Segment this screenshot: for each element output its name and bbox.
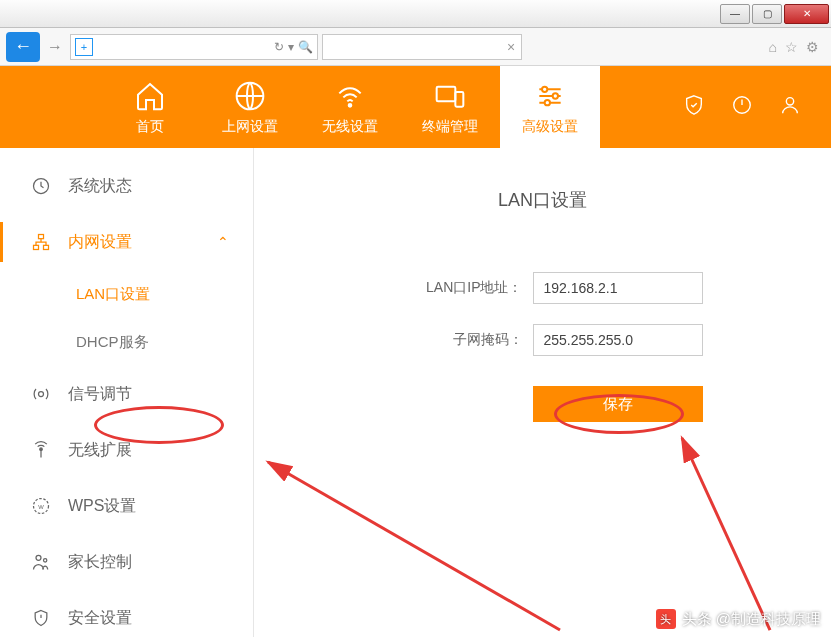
- sidebar-sub-dhcp[interactable]: DHCP服务: [0, 318, 253, 366]
- sidebar-label: 无线扩展: [68, 440, 132, 461]
- svg-point-8: [786, 98, 793, 105]
- watermark-text: 头条 @制造科技原理: [682, 610, 821, 629]
- sliders-icon: [534, 78, 566, 114]
- sidebar-label: 家长控制: [68, 552, 132, 573]
- svg-rect-11: [34, 245, 39, 249]
- sidebar-item-signal[interactable]: 信号调节: [0, 366, 253, 422]
- svg-point-6: [545, 100, 550, 105]
- svg-point-5: [553, 93, 558, 98]
- svg-rect-3: [455, 92, 463, 107]
- window-minimize-button[interactable]: —: [720, 4, 750, 24]
- sidebar: 系统状态 内网设置 ⌃ LAN口设置 DHCP服务 信号调节 无线扩展 W WP…: [0, 148, 254, 637]
- devices-icon: [434, 78, 466, 114]
- search-icon[interactable]: 🔍: [298, 40, 313, 54]
- network-icon: [30, 231, 52, 253]
- watermark-logo-icon: 头: [656, 609, 676, 629]
- window-close-button[interactable]: ✕: [784, 4, 829, 24]
- gear-icon[interactable]: ⚙: [806, 39, 819, 55]
- sidebar-item-parental[interactable]: 家长控制: [0, 534, 253, 590]
- svg-rect-2: [437, 87, 456, 102]
- watermark: 头 头条 @制造科技原理: [656, 609, 821, 629]
- antenna-icon: [30, 439, 52, 461]
- subnet-mask-input[interactable]: [533, 324, 703, 356]
- nav-internet[interactable]: 上网设置: [200, 66, 300, 148]
- sidebar-item-status[interactable]: 系统状态: [0, 158, 253, 214]
- power-icon[interactable]: [731, 94, 753, 120]
- browser-right-icons: ⌂ ☆ ⚙: [769, 39, 825, 55]
- parental-icon: [30, 551, 52, 573]
- top-right-icons: [683, 66, 831, 148]
- sidebar-label: 系统状态: [68, 176, 132, 197]
- ip-label: LAN口IP地址：: [383, 279, 523, 297]
- content-panel: LAN口设置 LAN口IP地址： 子网掩码： 保存: [254, 148, 831, 637]
- window-titlebar: — ▢ ✕: [0, 0, 831, 28]
- wps-icon: W: [30, 495, 52, 517]
- svg-rect-10: [39, 235, 44, 239]
- svg-rect-12: [44, 245, 49, 249]
- sidebar-sub-lan-port[interactable]: LAN口设置: [0, 270, 253, 318]
- top-navigation: 首页 上网设置 无线设置 终端管理 高级设置: [0, 66, 831, 148]
- address-bar[interactable]: + ↻ ▾ 🔍: [70, 34, 318, 60]
- sidebar-label: 信号调节: [68, 384, 132, 405]
- sidebar-item-wireless-ext[interactable]: 无线扩展: [0, 422, 253, 478]
- svg-point-4: [542, 87, 547, 92]
- nav-devices[interactable]: 终端管理: [400, 66, 500, 148]
- star-icon[interactable]: ☆: [785, 39, 798, 55]
- lan-ip-input[interactable]: [533, 272, 703, 304]
- svg-point-1: [349, 104, 352, 107]
- addr-plus-icon: +: [75, 38, 93, 56]
- home-icon: [134, 78, 166, 114]
- sidebar-item-security[interactable]: 安全设置: [0, 590, 253, 637]
- sidebar-label: 安全设置: [68, 608, 132, 629]
- tab-close-icon[interactable]: ×: [507, 39, 515, 55]
- nav-label: 上网设置: [222, 118, 278, 136]
- nav-home[interactable]: 首页: [100, 66, 200, 148]
- nav-label: 终端管理: [422, 118, 478, 136]
- svg-point-14: [40, 448, 43, 451]
- sidebar-label: WPS设置: [68, 496, 136, 517]
- user-icon[interactable]: [779, 94, 801, 120]
- page-title: LAN口设置: [314, 188, 771, 212]
- sidebar-item-lan[interactable]: 内网设置 ⌃: [0, 214, 253, 270]
- sidebar-label: 内网设置: [68, 232, 132, 253]
- globe-icon: [234, 78, 266, 114]
- refresh-icon[interactable]: ↻: [274, 40, 284, 54]
- svg-point-13: [39, 392, 44, 397]
- home-icon[interactable]: ⌂: [769, 39, 777, 55]
- browser-forward-button[interactable]: →: [44, 32, 66, 62]
- svg-text:W: W: [38, 504, 44, 510]
- sidebar-sub-label: DHCP服务: [76, 333, 149, 352]
- chevron-up-icon: ⌃: [217, 234, 229, 250]
- browser-back-button[interactable]: ←: [6, 32, 40, 62]
- browser-toolbar: ← → + ↻ ▾ 🔍 × ⌂ ☆ ⚙: [0, 28, 831, 66]
- shield-icon: [30, 607, 52, 629]
- save-button[interactable]: 保存: [533, 386, 703, 422]
- signal-icon: [30, 383, 52, 405]
- window-maximize-button[interactable]: ▢: [752, 4, 782, 24]
- nav-advanced[interactable]: 高级设置: [500, 66, 600, 148]
- nav-label: 无线设置: [322, 118, 378, 136]
- svg-point-17: [36, 555, 41, 560]
- nav-label: 高级设置: [522, 118, 578, 136]
- sidebar-sub-label: LAN口设置: [76, 285, 150, 304]
- svg-point-18: [44, 559, 47, 562]
- nav-label: 首页: [136, 118, 164, 136]
- browser-tab[interactable]: ×: [322, 34, 522, 60]
- nav-wireless[interactable]: 无线设置: [300, 66, 400, 148]
- clock-icon: [30, 175, 52, 197]
- wifi-icon: [334, 78, 366, 114]
- shield-icon[interactable]: [683, 94, 705, 120]
- mask-label: 子网掩码：: [383, 331, 523, 349]
- sidebar-item-wps[interactable]: W WPS设置: [0, 478, 253, 534]
